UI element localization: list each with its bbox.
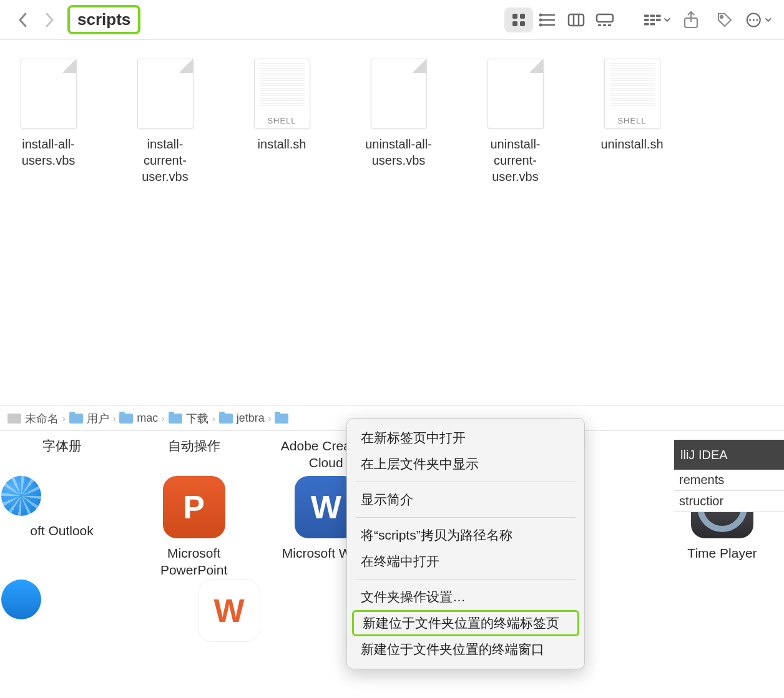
dock-label: Microsoft PowerPoint [132, 545, 256, 579]
svg-rect-0 [512, 14, 517, 19]
generic-file-icon [137, 59, 194, 128]
menu-separator [356, 579, 576, 579]
shell-file-icon: SHELL [604, 59, 660, 128]
generic-file-icon [371, 59, 427, 128]
shell-tag: SHELL [265, 116, 298, 125]
path-label: 用户 [87, 411, 109, 426]
generic-file-icon [21, 59, 77, 128]
right-panel-header: lliJ IDEA [674, 440, 784, 470]
path-segment[interactable]: jetbra [219, 412, 265, 425]
forward-button[interactable] [40, 10, 60, 30]
svg-rect-20 [644, 19, 649, 21]
right-panel-row: rements [674, 470, 784, 491]
tag-button[interactable] [712, 7, 738, 33]
chevron-down-icon [664, 16, 670, 24]
share-button[interactable] [678, 7, 704, 33]
chevron-right-icon: › [162, 414, 165, 424]
ppt-icon: P [163, 476, 225, 538]
svg-rect-15 [603, 24, 606, 26]
svg-point-26 [720, 16, 723, 18]
folder-icon [169, 414, 182, 424]
svg-rect-21 [650, 19, 655, 21]
path-segment[interactable] [275, 414, 292, 424]
file-item[interactable]: install-all-users.vbs [12, 59, 84, 185]
svg-rect-1 [520, 14, 525, 19]
svg-rect-18 [650, 14, 655, 17]
generic-file-icon [488, 59, 544, 128]
svg-rect-24 [650, 22, 655, 25]
file-label: uninstall-current-user.vbs [479, 136, 551, 185]
dock-item[interactable]: 字体册 [0, 437, 124, 472]
file-item[interactable]: uninstall-all-users.vbs [363, 59, 434, 185]
dock-label: 字体册 [42, 437, 82, 472]
file-grid-area[interactable]: install-all-users.vbsinstall-current-use… [0, 40, 784, 405]
svg-point-7 [540, 14, 541, 15]
list-view-button[interactable] [533, 7, 562, 32]
menu-item[interactable]: 将“scripts”拷贝为路径名称 [347, 522, 584, 548]
chevron-down-icon [765, 16, 772, 24]
icon-view-button[interactable] [504, 7, 533, 32]
shell-file-icon: SHELL [254, 59, 310, 128]
dock-item[interactable]: oft Outlook [0, 476, 124, 579]
more-button[interactable] [745, 7, 772, 33]
cloud-icon [1, 579, 41, 619]
folder-icon [219, 414, 233, 424]
svg-rect-22 [656, 19, 661, 21]
chevron-right-icon: › [268, 414, 272, 424]
menu-item[interactable]: 新建位于文件夹位置的终端窗口 [347, 636, 584, 662]
file-label: uninstall-all-users.vbs [363, 136, 434, 168]
group-button[interactable] [644, 7, 670, 33]
svg-point-8 [540, 19, 541, 20]
back-button[interactable] [12, 10, 32, 30]
context-menu: 在新标签页中打开在上层文件夹中显示显示简介将“scripts”拷贝为路径名称在终… [346, 418, 585, 669]
menu-item[interactable]: 文件夹操作设置… [347, 584, 584, 610]
file-item[interactable]: install-current-user.vbs [129, 59, 201, 185]
menu-item[interactable]: 在上层文件夹中显示 [347, 451, 584, 477]
dock-item[interactable]: W [167, 579, 291, 683]
path-segment[interactable]: mac [119, 412, 158, 425]
svg-rect-14 [598, 24, 601, 26]
path-segment[interactable]: 未命名 [7, 411, 59, 426]
menu-separator [356, 517, 576, 518]
svg-rect-17 [644, 14, 649, 17]
svg-rect-10 [569, 14, 584, 26]
menu-item[interactable]: 在终端中打开 [347, 548, 584, 574]
dock-item[interactable]: PMicrosoft PowerPoint [132, 476, 256, 579]
disk-icon [7, 414, 21, 424]
wps-icon: W [198, 579, 260, 642]
svg-rect-13 [597, 14, 613, 22]
svg-rect-19 [656, 14, 661, 17]
svg-rect-2 [512, 21, 517, 26]
dock-item[interactable]: 自动操作 [132, 437, 256, 472]
file-label: uninstall.sh [600, 136, 663, 152]
toolbar: scripts [0, 0, 784, 40]
file-item[interactable]: uninstall-current-user.vbs [479, 59, 551, 185]
path-segment[interactable]: 用户 [69, 411, 109, 426]
chevron-right-icon: › [113, 414, 116, 424]
folder-icon [119, 414, 133, 424]
dock-item[interactable] [0, 579, 124, 683]
path-label: mac [137, 412, 158, 425]
menu-item[interactable]: 在新标签页中打开 [347, 425, 584, 451]
shell-tag: SHELL [615, 116, 649, 125]
path-label: jetbra [237, 412, 265, 425]
file-item[interactable]: SHELLinstall.sh [246, 59, 318, 185]
view-mode-group [504, 7, 619, 32]
svg-point-9 [540, 24, 541, 25]
path-segment[interactable]: 下载 [169, 411, 208, 426]
svg-rect-23 [644, 22, 649, 25]
outlook-icon [1, 476, 41, 516]
dock-label: 自动操作 [168, 437, 220, 472]
dock-label: oft Outlook [30, 522, 94, 557]
right-panel-row: structior [674, 491, 784, 512]
menu-item[interactable]: 显示简介 [347, 487, 584, 513]
folder-title: scripts [67, 5, 140, 34]
file-item[interactable]: SHELLuninstall.sh [596, 59, 668, 185]
menu-item[interactable]: 新建位于文件夹位置的终端标签页 [352, 610, 579, 636]
file-label: install.sh [258, 136, 306, 152]
column-view-button[interactable] [562, 7, 590, 32]
svg-point-29 [753, 19, 755, 21]
svg-point-30 [756, 19, 758, 21]
gallery-view-button[interactable] [590, 7, 619, 32]
path-label: 下载 [186, 411, 208, 426]
